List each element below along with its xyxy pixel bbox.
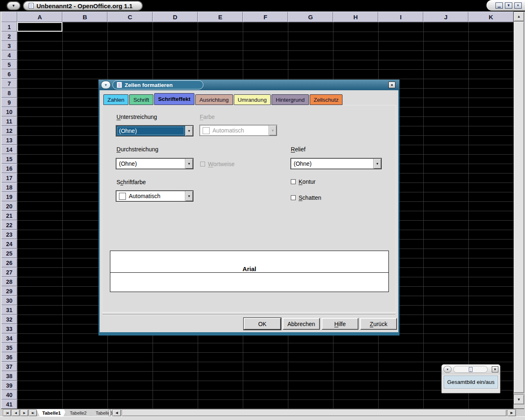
vertical-scrollbar-thumb[interactable] (514, 21, 524, 393)
minimize-button[interactable]: ▁ (495, 2, 503, 9)
row-header-24[interactable]: 24 (1, 239, 17, 249)
back-button[interactable]: Zurück (360, 318, 397, 330)
tab-schrifteffekt[interactable]: Schrifteffekt (154, 93, 195, 105)
maximize-button[interactable]: ▼ (505, 2, 512, 9)
row-header-5[interactable]: 5 (1, 60, 17, 69)
dropdown-arrow-button[interactable]: ▼ (185, 191, 193, 201)
tab-schrift[interactable]: Schrift (129, 94, 153, 105)
sheet-tab-tabelle1[interactable]: Tabelle1 (37, 409, 66, 417)
relief-value[interactable]: (Ohne) (291, 159, 373, 169)
column-header-a[interactable]: A (17, 11, 62, 22)
float-window-close-button[interactable]: × (492, 366, 498, 372)
durchstreichung-dropdown[interactable]: (Ohne) ▼ (116, 158, 194, 169)
ok-button[interactable]: OK (244, 318, 281, 330)
tab-ausrichtung[interactable]: Ausrichtung (195, 94, 233, 105)
sheet-tab-tabelle2[interactable]: Tabelle2 (64, 409, 92, 417)
row-header-32[interactable]: 32 (1, 315, 17, 324)
column-header-k[interactable]: K (468, 11, 514, 22)
schriftfarbe-dropdown[interactable]: Automatisch ▼ (116, 190, 194, 202)
tab-umrandung[interactable]: Umrandung (234, 94, 271, 105)
checkbox-box[interactable] (291, 179, 296, 184)
column-header-j[interactable]: J (423, 11, 468, 22)
row-header-17[interactable]: 17 (1, 173, 17, 183)
dialog-close-button[interactable]: × (388, 82, 395, 88)
last-sheet-button[interactable]: ▶| (29, 409, 37, 416)
help-button[interactable]: Hilfe (322, 318, 358, 330)
first-sheet-button[interactable]: |◀ (3, 409, 11, 416)
schriftfarbe-value[interactable]: Automatisch (116, 191, 185, 201)
row-header-23[interactable]: 23 (1, 230, 17, 239)
column-header-e[interactable]: E (198, 11, 243, 22)
row-header-4[interactable]: 4 (1, 50, 17, 60)
tab-hintergrund[interactable]: Hintergrund (272, 94, 309, 105)
row-header-16[interactable]: 16 (1, 164, 17, 173)
column-header-b[interactable]: B (62, 11, 107, 22)
scroll-left-button[interactable]: ◀ (112, 409, 121, 416)
row-header-31[interactable]: 31 (1, 305, 17, 315)
row-header-20[interactable]: 20 (1, 201, 17, 211)
float-window-title-pill[interactable] (453, 366, 488, 373)
scroll-up-button[interactable]: ▲ (514, 11, 524, 21)
row-header-6[interactable]: 6 (1, 69, 17, 79)
dropdown-arrow-button[interactable]: ▼ (373, 159, 381, 169)
row-header-9[interactable]: 9 (1, 98, 17, 107)
row-header-33[interactable]: 33 (1, 324, 17, 333)
row-header-37[interactable]: 37 (1, 362, 17, 371)
row-header-34[interactable]: 34 (1, 333, 17, 343)
row-header-15[interactable]: 15 (1, 154, 17, 164)
schatten-checkbox[interactable]: Schatten (291, 194, 321, 201)
horizontal-scrollbar-thumb[interactable] (122, 409, 507, 416)
float-window-menu-button[interactable]: ▼ (443, 366, 452, 373)
tab-zahlen[interactable]: Zahlen (103, 94, 128, 105)
window-titlebar[interactable]: ▼ Unbenannt2 - OpenOffice.org 1.1 ▁ ▼ × (0, 0, 525, 11)
kontur-checkbox[interactable]: Kontur (291, 178, 315, 185)
row-header-27[interactable]: 27 (1, 267, 17, 277)
unterstreichung-value[interactable]: (Ohne) (116, 126, 185, 136)
dialog-menu-button[interactable]: ▼ (101, 81, 111, 89)
row-header-1[interactable]: 1 (1, 22, 17, 32)
row-header-39[interactable]: 39 (1, 381, 17, 390)
row-header-19[interactable]: 19 (1, 192, 17, 201)
previous-sheet-button[interactable]: ◀ (11, 409, 20, 416)
row-header-22[interactable]: 22 (1, 220, 17, 230)
row-header-35[interactable]: 35 (1, 343, 17, 352)
durchstreichung-value[interactable]: (Ohne) (116, 159, 185, 169)
dialog-title-pill[interactable]: Zellen formatieren (112, 80, 203, 89)
row-header-3[interactable]: 3 (1, 41, 17, 50)
close-button[interactable]: × (514, 2, 522, 9)
row-header-38[interactable]: 38 (1, 371, 17, 381)
tab-zellschutz[interactable]: Zellschutz (310, 94, 343, 105)
dropdown-arrow-button[interactable]: ▼ (185, 126, 193, 136)
column-header-d[interactable]: D (153, 11, 198, 22)
window-menu-button[interactable]: ▼ (7, 1, 21, 10)
column-header-i[interactable]: I (378, 11, 423, 22)
relief-dropdown[interactable]: (Ohne) ▼ (290, 158, 382, 169)
row-header-29[interactable]: 29 (1, 286, 17, 296)
next-sheet-button[interactable]: ▶ (20, 409, 28, 416)
row-header-28[interactable]: 28 (1, 277, 17, 286)
row-header-12[interactable]: 12 (1, 126, 17, 135)
row-header-26[interactable]: 26 (1, 258, 17, 267)
row-header-18[interactable]: 18 (1, 183, 17, 192)
row-header-13[interactable]: 13 (1, 135, 17, 145)
row-header-7[interactable]: 7 (1, 79, 17, 88)
dialog-titlebar[interactable]: ▼ Zellen formatieren × (98, 80, 399, 90)
row-header-41[interactable]: 41 (1, 399, 17, 409)
row-header-8[interactable]: 8 (1, 88, 17, 98)
column-header-f[interactable]: F (243, 11, 288, 22)
row-header-30[interactable]: 30 (1, 296, 17, 305)
row-header-40[interactable]: 40 (1, 390, 17, 399)
row-header-36[interactable]: 36 (1, 352, 17, 362)
window-title-pill[interactable]: Unbenannt2 - OpenOffice.org 1.1 (23, 1, 143, 11)
column-header-h[interactable]: H (333, 11, 378, 22)
row-header-10[interactable]: 10 (1, 107, 17, 116)
cancel-button[interactable]: Abbrechen (283, 318, 320, 330)
checkbox-box[interactable] (291, 195, 296, 200)
row-header-14[interactable]: 14 (1, 145, 17, 154)
row-header-21[interactable]: 21 (1, 211, 17, 220)
dropdown-arrow-button[interactable]: ▼ (185, 159, 193, 169)
unterstreichung-dropdown[interactable]: (Ohne) ▼ (116, 125, 194, 137)
row-header-25[interactable]: 25 (1, 249, 17, 258)
float-window-titlebar[interactable]: ▼ × (442, 365, 500, 374)
scroll-down-button[interactable]: ▼ (514, 395, 524, 404)
